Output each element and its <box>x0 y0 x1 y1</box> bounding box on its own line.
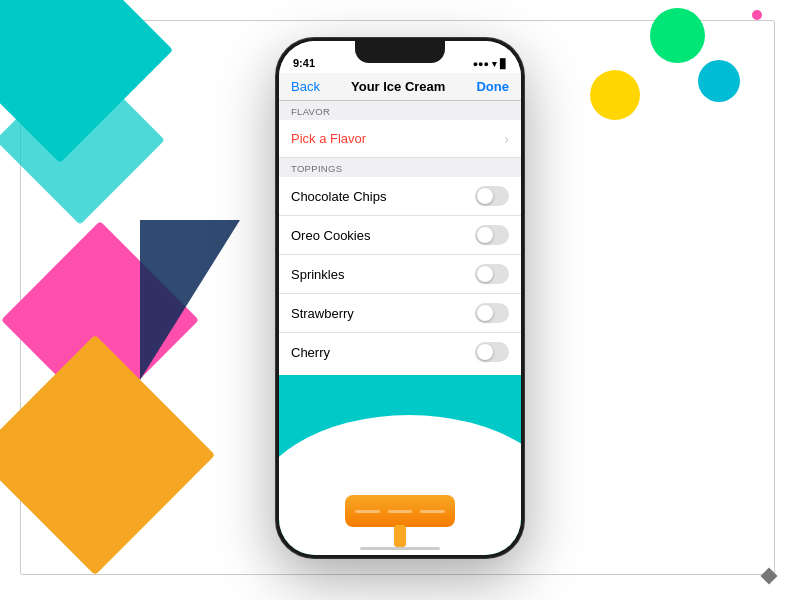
navy-triangle <box>140 220 240 380</box>
pick-flavor-label: Pick a Flavor <box>291 131 366 146</box>
icecream-line <box>355 510 380 513</box>
chevron-right-icon: › <box>504 131 509 147</box>
battery-icon: ▊ <box>500 59 507 69</box>
wifi-icon: ▾ <box>492 59 497 69</box>
pick-flavor-item[interactable]: Pick a Flavor › <box>279 120 521 158</box>
phone-content: 9:41 ●●● ▾ ▊ Back Your Ice Cream Done FL… <box>279 41 521 371</box>
topping-label-cherry: Cherry <box>291 345 330 360</box>
back-button[interactable]: Back <box>291 79 320 94</box>
list-item: Sprinkles <box>279 255 521 294</box>
list-item: Chocolate Chips <box>279 177 521 216</box>
list-item: Strawberry <box>279 294 521 333</box>
navigation-bar: Back Your Ice Cream Done <box>279 73 521 101</box>
cherry-toggle[interactable] <box>475 342 509 362</box>
icecream-body <box>345 495 455 527</box>
oreo-cookies-toggle[interactable] <box>475 225 509 245</box>
list-item: Oreo Cookies <box>279 216 521 255</box>
teal-large-diamond <box>0 0 173 163</box>
icecream-line <box>388 510 413 513</box>
status-icons: ●●● ▾ ▊ <box>473 59 507 69</box>
green-circle <box>650 8 705 63</box>
pink-diamond <box>1 221 199 419</box>
yellow-circle <box>590 70 640 120</box>
yellow-diamond <box>0 335 215 575</box>
icecream-lines <box>355 510 445 513</box>
phone-notch <box>355 41 445 63</box>
phone-body: 9:41 ●●● ▾ ▊ Back Your Ice Cream Done FL… <box>276 38 524 558</box>
gray-diamond <box>761 568 778 585</box>
done-button[interactable]: Done <box>476 79 509 94</box>
phone-bottom-decoration <box>279 375 521 555</box>
phone-screen: 9:41 ●●● ▾ ▊ Back Your Ice Cream Done FL… <box>279 41 521 555</box>
home-indicator[interactable] <box>360 547 440 550</box>
strawberry-toggle[interactable] <box>475 303 509 323</box>
topping-label-sprinkles: Sprinkles <box>291 267 344 282</box>
sprinkles-toggle[interactable] <box>475 264 509 284</box>
flavor-section-header: FLAVOR <box>279 101 521 120</box>
nav-title: Your Ice Cream <box>351 79 445 94</box>
signal-icon: ●●● <box>473 59 489 69</box>
status-time: 9:41 <box>293 57 315 69</box>
topping-label-oreo-cookies: Oreo Cookies <box>291 228 370 243</box>
toppings-section-header: TOPPINGS <box>279 158 521 177</box>
phone-mockup: 9:41 ●●● ▾ ▊ Back Your Ice Cream Done FL… <box>276 38 524 558</box>
icecream-illustration <box>345 493 455 535</box>
topping-label-chocolate-chips: Chocolate Chips <box>291 189 386 204</box>
cyan-circle <box>698 60 740 102</box>
topping-label-strawberry: Strawberry <box>291 306 354 321</box>
chocolate-chips-toggle[interactable] <box>475 186 509 206</box>
pink-dot <box>752 10 762 20</box>
teal-small-diamond <box>0 55 165 225</box>
icecream-line <box>420 510 445 513</box>
list-item: Cherry <box>279 333 521 371</box>
icecream-stick <box>394 525 406 547</box>
